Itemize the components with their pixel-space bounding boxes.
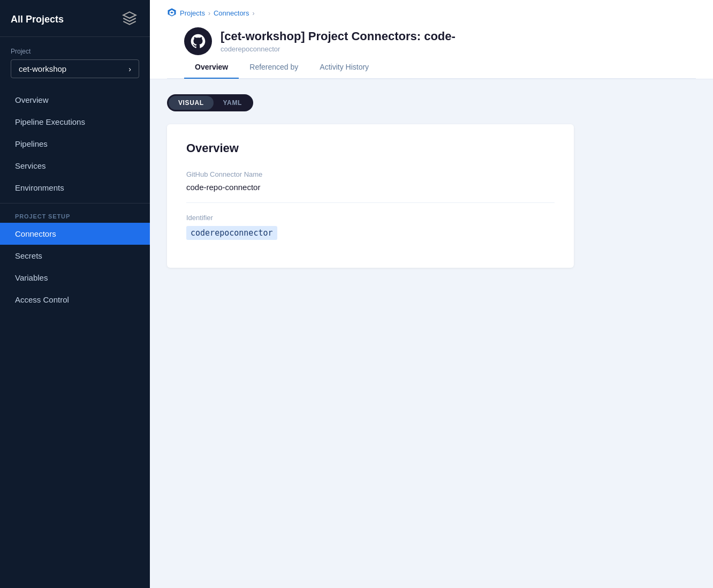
tab-referenced-by[interactable]: Referenced by <box>239 55 309 79</box>
project-selector[interactable]: cet-workshop › <box>11 59 139 78</box>
breadcrumb-projects[interactable]: Projects <box>180 9 205 17</box>
connector-name-label: GitHub Connector Name <box>186 170 555 178</box>
nav-divider <box>0 203 150 203</box>
page-header: [cet-workshop] Project Connectors: code-… <box>167 25 696 55</box>
tab-overview[interactable]: Overview <box>184 55 239 79</box>
breadcrumb-sep-1: › <box>208 10 210 17</box>
sidebar-item-connectors[interactable]: Connectors <box>0 223 150 245</box>
overview-card: Overview GitHub Connector Name code-repo… <box>167 124 574 268</box>
identifier-label: Identifier <box>186 214 555 222</box>
main-nav: Overview Pipeline Executions Pipelines S… <box>0 82 150 317</box>
field-divider <box>186 202 555 203</box>
page-title-block: [cet-workshop] Project Connectors: code-… <box>221 29 456 52</box>
connector-name-field: GitHub Connector Name code-repo-connecto… <box>186 170 555 192</box>
sidebar-item-overview[interactable]: Overview <box>0 89 150 111</box>
harness-logo-icon <box>167 7 177 19</box>
toggle-yaml[interactable]: YAML <box>214 96 252 110</box>
identifier-value: coderepoconnector <box>186 226 277 240</box>
toggle-visual[interactable]: VISUAL <box>169 96 214 110</box>
content-area: VISUAL YAML Overview GitHub Connector Na… <box>150 79 713 588</box>
sidebar-item-variables[interactable]: Variables <box>0 267 150 289</box>
breadcrumb-connectors[interactable]: Connectors <box>214 9 249 17</box>
all-projects-title: All Projects <box>11 14 64 25</box>
sidebar-item-environments[interactable]: Environments <box>0 177 150 199</box>
breadcrumb-bar: Projects › Connectors › [cet-workshop] P… <box>150 0 713 79</box>
overview-card-title: Overview <box>186 141 555 155</box>
tab-activity-history[interactable]: Activity History <box>309 55 380 79</box>
page-title: [cet-workshop] Project Connectors: code- <box>221 29 456 43</box>
project-label: Project <box>11 48 139 55</box>
view-toggle: VISUAL YAML <box>167 94 253 111</box>
breadcrumb-sep-2: › <box>252 10 254 17</box>
sidebar-header: All Projects <box>0 0 150 37</box>
project-name: cet-workshop <box>19 64 66 73</box>
sidebar-item-access-control[interactable]: Access Control <box>0 289 150 311</box>
sidebar-item-pipelines[interactable]: Pipelines <box>0 133 150 155</box>
page-subtitle: coderepoconnector <box>221 45 456 53</box>
sidebar-item-services[interactable]: Services <box>0 155 150 177</box>
breadcrumb: Projects › Connectors › <box>167 7 696 19</box>
identifier-field: Identifier coderepoconnector <box>186 214 555 240</box>
connector-name-value: code-repo-connector <box>186 183 555 192</box>
project-section: Project cet-workshop › <box>0 37 150 82</box>
cube-icon[interactable] <box>122 11 139 28</box>
github-icon <box>184 27 212 55</box>
main-content: Projects › Connectors › [cet-workshop] P… <box>150 0 713 588</box>
sidebar-item-pipeline-executions[interactable]: Pipeline Executions <box>0 111 150 133</box>
chevron-right-icon: › <box>128 65 131 73</box>
sidebar: All Projects Project cet-workshop › Over… <box>0 0 150 588</box>
project-setup-label: PROJECT SETUP <box>0 208 150 223</box>
tabs-bar: Overview Referenced by Activity History <box>167 55 696 79</box>
sidebar-item-secrets[interactable]: Secrets <box>0 245 150 267</box>
